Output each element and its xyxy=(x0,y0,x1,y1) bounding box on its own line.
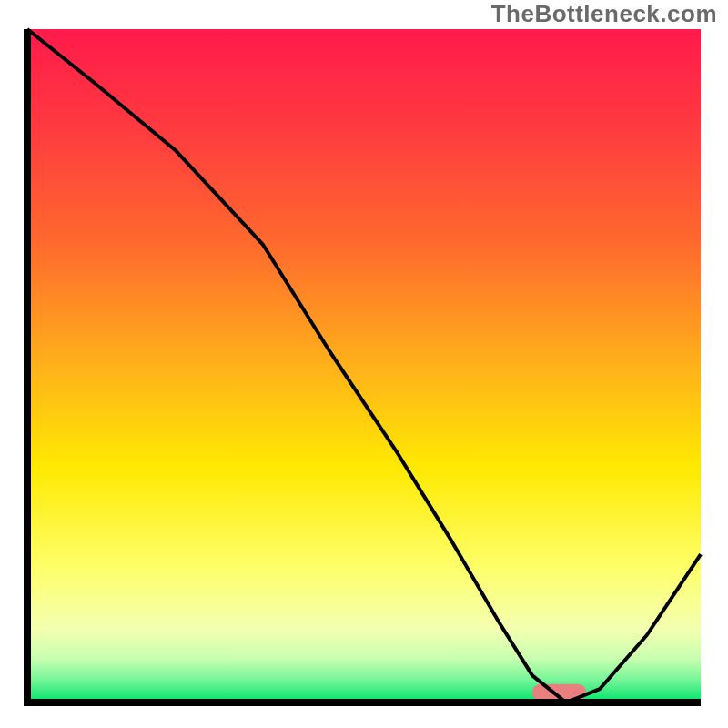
bottleneck-chart xyxy=(0,0,728,728)
attribution-label: TheBottleneck.com xyxy=(491,0,717,28)
chart-background xyxy=(27,29,701,703)
chart-frame: TheBottleneck.com xyxy=(0,0,728,728)
